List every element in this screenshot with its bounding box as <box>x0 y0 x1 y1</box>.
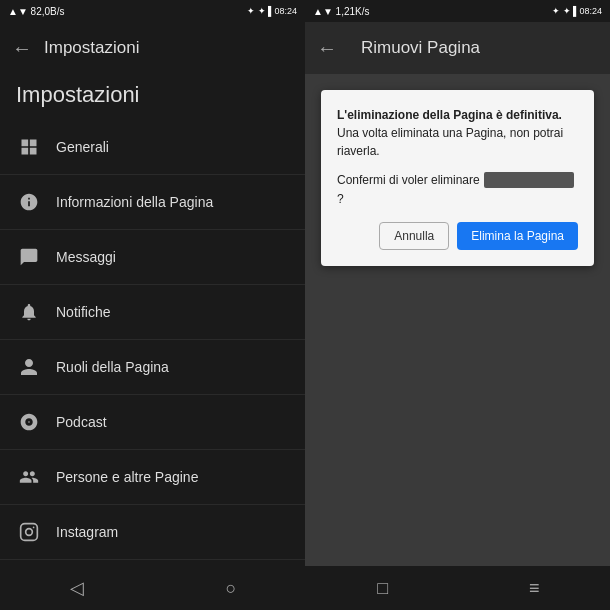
person-icon <box>16 354 42 380</box>
dialog-rest-text: Una volta eliminata una Pagina, non potr… <box>337 126 563 158</box>
left-panel: ← Impostazioni Impostazioni Generali Inf… <box>0 22 305 566</box>
sidebar-item-persone[interactable]: Persone e altre Pagine <box>0 450 305 505</box>
dialog-buttons: Annulla Elimina la Pagina <box>337 222 578 250</box>
sidebar-item-instagram[interactable]: Instagram <box>0 505 305 560</box>
left-title-section: Impostazioni <box>0 74 305 120</box>
dialog-bold-text: L'eliminazione della Pagina è definitiva… <box>337 108 562 122</box>
main-area: ← Impostazioni Impostazioni Generali Inf… <box>0 22 610 566</box>
sidebar-item-informazioni[interactable]: Informazioni della Pagina <box>0 175 305 230</box>
svg-rect-0 <box>21 524 38 541</box>
sidebar-item-label-podcast: Podcast <box>56 414 107 430</box>
grid-icon <box>16 134 42 160</box>
podcast-icon <box>16 409 42 435</box>
sidebar-item-label-ruoli: Ruoli della Pagina <box>56 359 169 375</box>
dialog-page-name-redacted <box>484 172 574 188</box>
sidebar-item-ruoli[interactable]: Ruoli della Pagina <box>0 340 305 395</box>
left-header-title: Impostazioni <box>44 38 139 58</box>
sidebar-item-podcast[interactable]: Podcast <box>0 395 305 450</box>
dialog-message: L'eliminazione della Pagina è definitiva… <box>337 106 578 160</box>
delete-page-button[interactable]: Elimina la Pagina <box>457 222 578 250</box>
sidebar-item-label-informazioni: Informazioni della Pagina <box>56 194 213 210</box>
nav-home-button[interactable]: ○ <box>209 570 252 607</box>
dialog-box: L'eliminazione della Pagina è definitiva… <box>321 90 594 266</box>
sidebar-item-label-messaggi: Messaggi <box>56 249 116 265</box>
left-header: ← Impostazioni <box>0 22 305 74</box>
settings-list: Generali Informazioni della Pagina Messa… <box>0 120 305 566</box>
sidebar-item-label-notifiche: Notifiche <box>56 304 110 320</box>
sidebar-item-messaggi[interactable]: Messaggi <box>0 230 305 285</box>
sidebar-item-label-persone: Persone e altre Pagine <box>56 469 198 485</box>
signal-right: ▲▼ 1,21K/s <box>313 6 369 17</box>
status-bars: ▲▼ 82,0B/s ✦ ✦ ▌08:24 ▲▼ 1,21K/s ✦ ✦ ▌08… <box>0 0 610 22</box>
right-panel: ← Rimuovi Pagina L'eliminazione della Pa… <box>305 22 610 566</box>
sidebar-item-notifiche[interactable]: Notifiche <box>0 285 305 340</box>
nav-recent-button[interactable]: □ <box>361 570 404 607</box>
chat-icon <box>16 244 42 270</box>
sidebar-item-generali[interactable]: Generali <box>0 120 305 175</box>
people-icon <box>16 464 42 490</box>
icons-right: ✦ ✦ ▌08:24 <box>552 6 602 16</box>
status-bar-right: ▲▼ 1,21K/s ✦ ✦ ▌08:24 <box>305 0 610 22</box>
nav-back-button[interactable]: ◁ <box>54 569 100 607</box>
sidebar-item-label-instagram: Instagram <box>56 524 118 540</box>
back-arrow-left[interactable]: ← <box>12 37 32 60</box>
bell-icon <box>16 299 42 325</box>
bottom-nav: ◁ ○ □ ≡ <box>0 566 610 610</box>
svg-point-1 <box>26 529 33 536</box>
dialog-confirm-suffix: ? <box>337 192 344 206</box>
right-header-title: Rimuovi Pagina <box>361 38 480 58</box>
dialog-confirm-prefix: Confermi di voler eliminare <box>337 173 480 187</box>
icons-left: ✦ ✦ ▌08:24 <box>247 6 297 16</box>
settings-page-title: Impostazioni <box>16 82 140 107</box>
svg-point-2 <box>33 527 35 529</box>
right-header: ← Rimuovi Pagina <box>305 22 610 74</box>
nav-menu-button[interactable]: ≡ <box>513 570 556 607</box>
back-arrow-right[interactable]: ← <box>317 37 337 60</box>
dialog-confirm-row: Confermi di voler eliminare ? <box>337 172 578 206</box>
cancel-button[interactable]: Annulla <box>379 222 449 250</box>
sidebar-item-label-generali: Generali <box>56 139 109 155</box>
info-icon <box>16 189 42 215</box>
signal-left: ▲▼ 82,0B/s <box>8 6 64 17</box>
instagram-icon <box>16 519 42 545</box>
status-bar-left: ▲▼ 82,0B/s ✦ ✦ ▌08:24 <box>0 0 305 22</box>
